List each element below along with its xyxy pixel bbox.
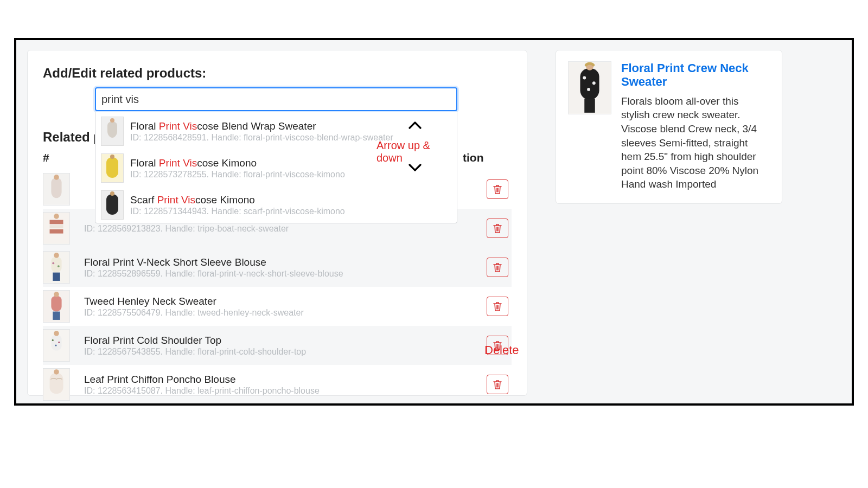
product-thumbnail (101, 153, 124, 183)
product-thumbnail (43, 290, 70, 323)
chevron-up-icon[interactable] (408, 118, 422, 133)
col-index: # (43, 151, 91, 164)
product-detail-title[interactable]: Floral Print Crew Neck Sweater (621, 61, 770, 89)
search-wrap: Arrow up & down Floral Print Viscose Ble… (95, 87, 457, 111)
delete-button[interactable] (487, 219, 508, 238)
row-title: Leaf Print Chiffon Poncho Blouse (84, 374, 480, 386)
row-meta: ID: 1228567543855. Handle: floral-print-… (84, 347, 480, 357)
product-detail-card: Floral Print Crew Neck Sweater Florals b… (556, 50, 782, 204)
app-frame: Add/Edit related products: Arrow up & do… (14, 38, 854, 406)
row-texts: Leaf Print Chiffon Poncho Blouse ID: 122… (84, 374, 480, 396)
suggestion-meta: ID: 1228573278255. Handle: floral-print-… (130, 170, 451, 179)
suggestion-title: Scarf Print Viscose Kimono (130, 194, 451, 206)
product-thumbnail (43, 212, 70, 245)
row-title: Floral Print Cold Shoulder Top (84, 335, 480, 346)
svg-point-22 (52, 339, 54, 341)
svg-point-23 (58, 342, 60, 343)
product-thumbnail (43, 329, 70, 362)
product-thumbnail (43, 251, 70, 284)
search-suggestions-dropdown: Arrow up & down Floral Print Viscose Ble… (95, 112, 457, 223)
svg-point-30 (592, 81, 596, 85)
annotation-delete: Delete (484, 343, 519, 357)
svg-point-1 (110, 118, 114, 123)
product-thumbnail (101, 117, 124, 146)
svg-point-7 (54, 175, 59, 180)
suggestion-texts: Scarf Print Viscose Kimono ID: 122857134… (130, 194, 451, 216)
row-texts: Floral Print Cold Shoulder Top ID: 12285… (84, 335, 480, 357)
row-texts: ID: 1228569213823. Handle: tripe-boat-ne… (84, 223, 480, 234)
related-products-editor-card: Add/Edit related products: Arrow up & do… (27, 50, 527, 396)
svg-point-16 (54, 253, 59, 258)
delete-button[interactable] (487, 258, 508, 277)
svg-point-5 (110, 191, 114, 196)
delete-button[interactable] (487, 179, 508, 199)
svg-point-24 (55, 344, 57, 346)
annotation-arrows: Arrow up & down (376, 139, 457, 164)
svg-point-19 (54, 292, 59, 297)
list-item[interactable]: Floral Print V-Neck Short Sleeve Blouse … (43, 248, 512, 287)
product-search-input[interactable] (95, 87, 457, 111)
svg-rect-11 (50, 229, 63, 234)
row-meta: ID: 1228563415087. Handle: leaf-print-ch… (84, 386, 480, 396)
list-item[interactable]: Tweed Henley Neck Sweater ID: 1228575506… (43, 287, 512, 326)
row-meta: ID: 1228569213823. Handle: tripe-boat-ne… (84, 224, 480, 234)
row-title: Tweed Henley Neck Sweater (84, 296, 480, 307)
svg-rect-33 (584, 99, 595, 112)
svg-rect-17 (53, 273, 60, 281)
svg-point-29 (583, 76, 586, 80)
product-thumbnail (43, 173, 70, 206)
svg-rect-10 (50, 225, 63, 228)
svg-rect-9 (50, 220, 63, 224)
svg-point-14 (52, 262, 54, 264)
editor-heading: Add/Edit related products: (43, 66, 512, 81)
svg-point-27 (54, 369, 59, 375)
row-meta: ID: 1228552896559. Handle: floral-print-… (84, 269, 480, 279)
product-thumbnail (43, 368, 70, 401)
product-thumbnail (101, 190, 124, 220)
row-title: Floral Print V-Neck Short Sleeve Blouse (84, 256, 480, 268)
delete-button[interactable] (487, 297, 508, 316)
svg-point-3 (110, 155, 114, 159)
list-item[interactable]: Leaf Print Chiffon Poncho Blouse ID: 122… (43, 365, 512, 404)
svg-point-15 (58, 265, 60, 267)
product-detail-description: Florals bloom all-over this stylish crew… (621, 94, 770, 191)
row-texts: Tweed Henley Neck Sweater ID: 1228575506… (84, 296, 480, 318)
suggestion-title: Floral Print Viscose Blend Wrap Sweater (130, 120, 451, 132)
svg-point-12 (54, 214, 59, 219)
list-item[interactable]: Floral Print Cold Shoulder Top ID: 12285… (43, 326, 512, 365)
product-thumbnail (568, 61, 611, 114)
row-texts: Floral Print V-Neck Short Sleeve Blouse … (84, 256, 480, 279)
svg-point-25 (54, 331, 59, 336)
row-meta: ID: 1228575506479. Handle: tweed-henley-… (84, 308, 480, 318)
delete-button[interactable] (487, 375, 508, 394)
svg-rect-20 (53, 312, 60, 320)
svg-point-31 (587, 88, 590, 91)
suggestion-item[interactable]: Scarf Print Viscose Kimono ID: 122857134… (95, 186, 457, 223)
suggestion-meta: ID: 1228571344943. Handle: scarf-print-v… (130, 207, 451, 216)
col-action: tion (463, 151, 512, 164)
